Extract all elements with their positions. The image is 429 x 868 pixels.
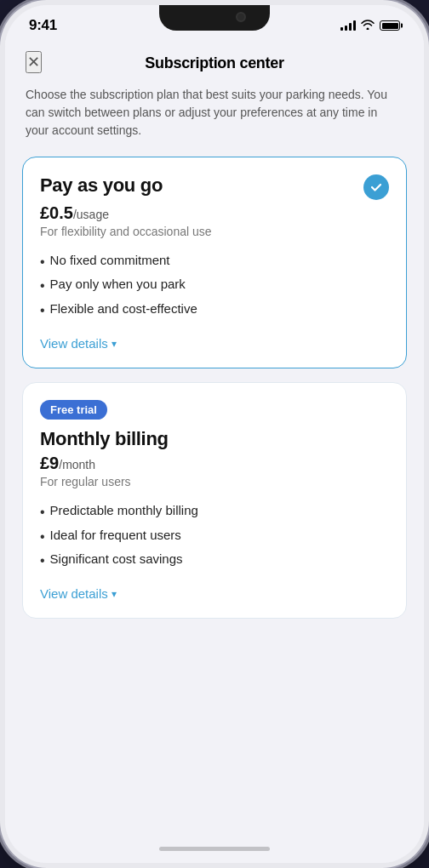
- plan-price-1: £0.5/usage: [40, 203, 389, 223]
- plan-header-1: Pay as you go: [40, 174, 389, 200]
- list-item: No fixed commitment: [40, 250, 389, 274]
- plan-subtitle-1: For flexibility and occasional use: [40, 225, 389, 238]
- status-icons: [340, 20, 400, 32]
- list-item: Ideal for frequent users: [40, 525, 389, 549]
- plan-card-pay-as-you-go[interactable]: Pay as you go £0.5/usage For flexibility…: [22, 157, 407, 368]
- home-indicator: [5, 834, 424, 863]
- view-details-button-1[interactable]: View details ▾: [40, 336, 117, 351]
- selected-check-icon: [363, 174, 389, 200]
- list-item: Predictable monthly billing: [40, 500, 389, 524]
- app-header: ✕ Subscription center: [5, 41, 424, 83]
- screen: 9:41: [5, 5, 424, 863]
- chevron-down-icon: ▾: [112, 338, 117, 350]
- plan-name-1: Pay as you go: [40, 174, 163, 197]
- plans-container: Pay as you go £0.5/usage For flexibility…: [5, 157, 424, 644]
- chevron-down-icon: ▾: [112, 588, 117, 600]
- plan-name-2: Monthly billing: [40, 428, 169, 450]
- list-item: Significant cost savings: [40, 549, 389, 573]
- page-title: Subscription center: [145, 54, 283, 72]
- status-time: 9:41: [29, 17, 57, 34]
- plan-price-2: £9/month: [40, 454, 389, 473]
- app-content: ✕ Subscription center Choose the subscri…: [5, 41, 424, 834]
- plan-features-1: No fixed commitment Pay only when you pa…: [40, 250, 389, 323]
- phone-frame: 9:41: [0, 0, 429, 868]
- camera: [236, 12, 246, 22]
- view-details-button-2[interactable]: View details ▾: [40, 586, 117, 601]
- close-button[interactable]: ✕: [26, 51, 42, 73]
- list-item: Pay only when you park: [40, 274, 389, 298]
- description-text: Choose the subscription plan that best s…: [5, 83, 424, 157]
- notch: [159, 5, 270, 31]
- signal-icon: [340, 20, 356, 31]
- plan-card-monthly-billing[interactable]: Free trial Monthly billing £9/month For …: [22, 382, 407, 619]
- plan-features-2: Predictable monthly billing Ideal for fr…: [40, 500, 389, 573]
- plan-header-2: Monthly billing: [40, 428, 389, 450]
- battery-icon: [380, 20, 400, 31]
- plan-subtitle-2: For regular users: [40, 475, 389, 488]
- list-item: Flexible and cost-effective: [40, 299, 389, 323]
- free-trial-badge: Free trial: [40, 400, 107, 420]
- home-bar: [159, 847, 270, 851]
- wifi-icon: [361, 20, 375, 32]
